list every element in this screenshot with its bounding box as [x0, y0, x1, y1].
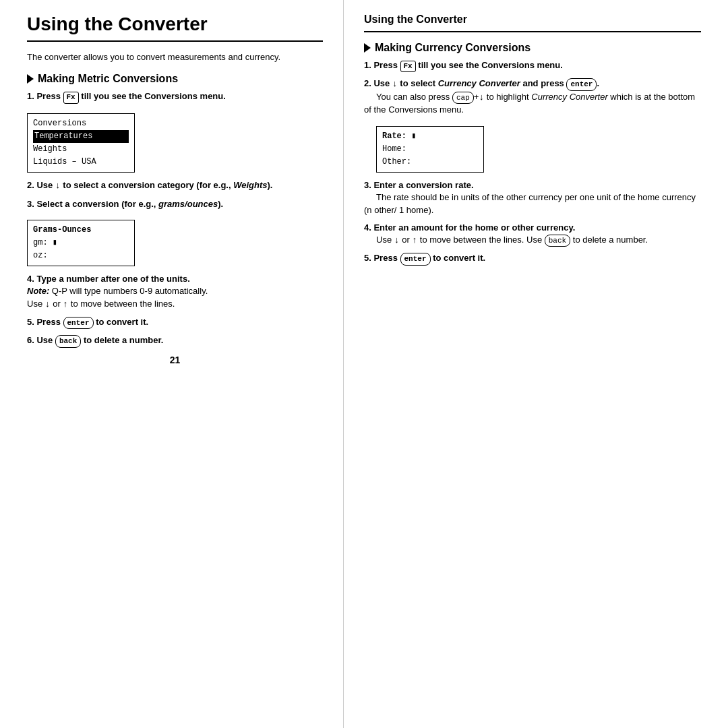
intro-text: The converter allows you to convert meas…	[27, 51, 323, 63]
page: Using the Converter The converter allows…	[0, 0, 728, 728]
right-title-divider	[364, 31, 701, 32]
metric-section-title: Making Metric Conversions	[38, 73, 178, 85]
metric-step-1: 1. Press Fx till you see the Conversions…	[27, 90, 323, 103]
currency-step-5: 5. Press enter to convert it.	[364, 252, 701, 266]
enter-key-3: enter	[400, 253, 431, 266]
step6-label: 6. Use back to delete a number.	[27, 335, 163, 345]
fx-key-1: Fx	[63, 92, 79, 103]
menu-item-weights: Weights	[33, 143, 129, 156]
curr-step1-label: 1. Press Fx till you see the Conversions…	[364, 60, 563, 70]
currency-step-2: 2. Use ↓ to select Currency Converter an…	[364, 78, 701, 116]
grams-menu-box: Grams-Ounces gm: ▮ oz:	[27, 220, 135, 267]
rate-line1: Rate: ▮	[382, 130, 478, 143]
metric-step-2: 2. Use ↓ to select a conversion category…	[27, 179, 323, 192]
title-divider	[27, 40, 323, 42]
left-column: Using the Converter The converter allows…	[0, 0, 344, 728]
metric-section-heading: Making Metric Conversions	[27, 73, 323, 85]
metric-step-4: 4. Type a number after one of the units.…	[27, 273, 323, 311]
currency-step-1: 1. Press Fx till you see the Conversions…	[364, 59, 701, 72]
enter-key-2: enter	[566, 78, 597, 91]
grams-line1: gm: ▮	[33, 237, 129, 249]
curr-step5-label: 5. Press enter to convert it.	[364, 253, 485, 263]
curr-step4-bold: 4. Enter an amount for the home or other…	[364, 222, 575, 233]
metric-step-5: 5. Press enter to convert it.	[27, 316, 323, 330]
triangle-icon-2	[364, 43, 371, 53]
back-key-1: back	[55, 335, 81, 348]
right-header-title: Using the Converter	[364, 13, 701, 26]
cap-key: cap	[452, 92, 474, 104]
page-number: 21	[27, 355, 323, 365]
step4-label: 4. Type a number after one of the units.	[27, 274, 190, 284]
fx-key-2: Fx	[400, 61, 416, 72]
conversions-menu-box: Conversions Temperatures Weights Liquids…	[27, 113, 135, 173]
menu-item-conversions: Conversions	[33, 117, 129, 130]
rate-menu-box: Rate: ▮ Home: Other:	[376, 126, 484, 173]
currency-section-title: Making Currency Conversions	[375, 42, 530, 54]
triangle-icon	[27, 74, 34, 84]
currency-step-3: 3. Enter a conversion rate. The rate sho…	[364, 179, 701, 216]
menu-item-temperatures: Temperatures	[33, 130, 129, 143]
step5-label: 5. Press enter to convert it.	[27, 317, 148, 327]
currency-step-4: 4. Enter an amount for the home or other…	[364, 222, 701, 247]
rate-line3: Other:	[382, 156, 478, 169]
curr-step3-bold: 3. Enter a conversion rate.	[364, 180, 474, 190]
curr-step4-text: Use ↓ or ↑ to move between the lines. Us…	[376, 235, 648, 245]
step1-label: 1. Press Fx till you see the Conversions…	[27, 91, 226, 101]
curr-step2-label: 2. Use ↓ to select Currency Converter an…	[364, 78, 599, 88]
curr-step3-text: The rate should be in units of the other…	[364, 192, 696, 214]
metric-step-3: 3. Select a conversion (for e.g., grams/…	[27, 198, 323, 210]
step4-note2: Use ↓ or ↑ to move between the lines.	[27, 299, 175, 309]
grams-title: Grams-Ounces	[33, 224, 129, 237]
grams-line2: oz:	[33, 249, 129, 262]
menu-item-liquids: Liquids – USA	[33, 156, 129, 169]
main-title: Using the Converter	[27, 13, 323, 35]
currency-section-heading: Making Currency Conversions	[364, 42, 701, 54]
step4-note: Note: Q-P will type numbers 0-9 automati…	[27, 286, 208, 296]
step3-label: 3. Select a conversion (for e.g., grams/…	[27, 199, 223, 209]
enter-key-1: enter	[63, 317, 94, 330]
back-key-2: back	[545, 235, 570, 247]
rate-line2: Home:	[382, 143, 478, 156]
right-column: Using the Converter Making Currency Conv…	[344, 0, 728, 728]
metric-step-6: 6. Use back to delete a number.	[27, 334, 323, 348]
curr-step2-sub: You can also press cap+↓ to highlight Cu…	[364, 92, 695, 115]
step2-label: 2. Use ↓ to select a conversion category…	[27, 180, 272, 190]
